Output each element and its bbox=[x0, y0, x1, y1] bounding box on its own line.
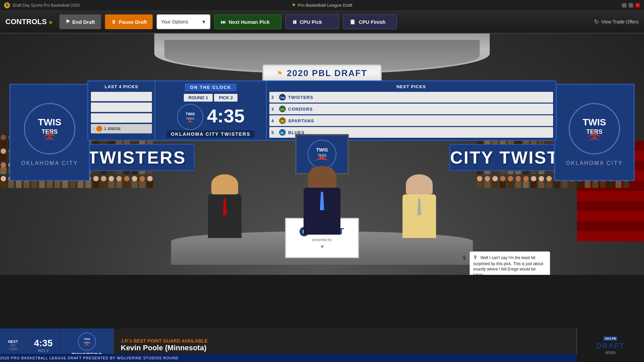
commentary-speech-bubble: 🎙 Well I can't say I'm the least bit sur… bbox=[470, 251, 550, 275]
svg-rect-339 bbox=[623, 181, 629, 188]
twisters-pick-logo: TW bbox=[279, 94, 286, 101]
last4-row-empty-2 bbox=[91, 103, 152, 112]
svg-rect-177 bbox=[139, 181, 145, 188]
bottom-draft-logo: DDS.PB DRAFT WSSN bbox=[577, 328, 644, 362]
side-logo-sub-right: OKLAHOMA CITY bbox=[566, 160, 623, 166]
mic-icon: 🎙 bbox=[473, 255, 478, 260]
svg-rect-173 bbox=[124, 181, 130, 188]
pick-num-2: 2 bbox=[271, 95, 277, 100]
svg-rect-159 bbox=[70, 181, 76, 188]
svg-rect-179 bbox=[147, 181, 153, 188]
svg-rect-315 bbox=[531, 181, 537, 188]
controls-bar: CONTROLS » ⚑ End Draft ⏸ Pause Draft You… bbox=[0, 11, 644, 34]
svg-rect-167 bbox=[101, 181, 107, 188]
commentator-area: 🎙 Well I can't say I'm the least bit sur… bbox=[188, 191, 456, 265]
chevrons-icon: » bbox=[49, 18, 52, 26]
minimize-button[interactable]: — bbox=[622, 3, 627, 8]
svg-text:TWIS: TWIS bbox=[84, 338, 91, 341]
next-pick-row-4: 4 SP SPARTANS bbox=[269, 115, 553, 126]
view-trade-offers-button[interactable]: ↻ View Trade Offers bbox=[594, 18, 639, 25]
pick-num-5: 5 bbox=[271, 130, 277, 135]
clock-team-logo: TWIS TERS bbox=[177, 104, 204, 130]
next-picks-panel: NEXT PICKS 2 TW TWISTERS 3 CO CONDORS 4 bbox=[266, 81, 556, 140]
spartans-pick-logo: SP bbox=[279, 117, 286, 124]
draft-board: LAST 4 PICKS 1 J. EREGE ON THE CLOCK ROU… bbox=[87, 80, 557, 141]
bottom-time: 4:35 bbox=[34, 338, 53, 349]
svg-rect-335 bbox=[608, 181, 614, 188]
pause-draft-button[interactable]: ⏸ Pause Draft bbox=[105, 14, 153, 29]
next-human-pick-button[interactable]: ⏭ Next Human Pick bbox=[214, 14, 281, 29]
svg-text:SP: SP bbox=[281, 120, 284, 123]
restore-button[interactable]: □ bbox=[629, 3, 633, 8]
svg-rect-153 bbox=[47, 181, 53, 188]
svg-point-102 bbox=[1, 162, 6, 168]
svg-point-22 bbox=[1, 135, 6, 140]
speech-text: Well I can't say I'm the least bit surpr… bbox=[473, 255, 543, 275]
left-banner-text: TWISTERS bbox=[88, 147, 186, 168]
svg-rect-165 bbox=[93, 181, 99, 188]
round-badge: ROUND 1 bbox=[184, 94, 213, 102]
ticker-text: 2020 PRO BASKETBALL LEAGUE DRAFT PRESENT… bbox=[0, 356, 178, 360]
svg-rect-301 bbox=[477, 181, 483, 188]
svg-rect-319 bbox=[546, 181, 552, 188]
title-bar: D Draft Day Sports Pro Basketball 2020 ⚑… bbox=[0, 0, 644, 11]
svg-point-170 bbox=[109, 176, 114, 181]
svg-rect-171 bbox=[116, 181, 122, 188]
svg-rect-333 bbox=[600, 181, 606, 188]
cpu-finish-button[interactable]: 📋 CPU Finish bbox=[343, 14, 397, 29]
svg-text:TWIS: TWIS bbox=[316, 147, 328, 153]
svg-point-308 bbox=[500, 176, 505, 181]
svg-point-62 bbox=[1, 148, 6, 154]
close-button[interactable]: ✕ bbox=[635, 3, 640, 8]
pick-badge: PICK 2 bbox=[214, 94, 237, 102]
draft-title: 2020 PBL DRAFT bbox=[287, 68, 367, 78]
player-name: Kevin Poole (Minnesota) bbox=[121, 344, 570, 352]
svg-text:CO: CO bbox=[280, 108, 284, 111]
svg-rect-145 bbox=[16, 181, 22, 188]
svg-rect-163 bbox=[85, 181, 91, 188]
dropdown-arrow-icon: ▼ bbox=[202, 19, 206, 24]
svg-text:TERS: TERS bbox=[84, 342, 90, 344]
on-the-clock-label: ON THE CLOCK bbox=[185, 83, 237, 91]
clock-info-row: ROUND 1 PICK 2 bbox=[184, 94, 237, 102]
svg-rect-155 bbox=[54, 181, 60, 188]
your-options-dropdown[interactable]: Your Options ▼ bbox=[157, 14, 210, 29]
window-controls[interactable]: — □ ✕ bbox=[622, 3, 640, 8]
pick-name-4: SPARTANS bbox=[288, 118, 314, 123]
svg-rect-309 bbox=[507, 181, 514, 188]
last4-row-empty-1 bbox=[91, 92, 152, 101]
best-pg-label: J.P.'s BEST POINT GUARD AVAILABLE bbox=[121, 338, 570, 344]
bottom-team-logo: TWIS TERS bbox=[78, 333, 96, 351]
last4-row-empty-3 bbox=[91, 113, 152, 123]
bottom-round-pick: RD1 2 bbox=[38, 349, 48, 353]
svg-rect-327 bbox=[577, 181, 583, 188]
svg-rect-147 bbox=[23, 181, 30, 188]
svg-point-318 bbox=[539, 176, 544, 181]
next-pick-row-2: 2 TW TWISTERS bbox=[269, 92, 553, 103]
svg-point-142 bbox=[1, 176, 6, 181]
svg-point-168 bbox=[101, 176, 106, 181]
svg-point-174 bbox=[124, 176, 129, 181]
clock-timer: 4:35 bbox=[207, 107, 245, 125]
cpu-pick-button[interactable]: 🖥 CPU Pick bbox=[285, 14, 339, 29]
clipboard-icon: 📋 bbox=[350, 19, 356, 25]
svg-text:⚙: ⚙ bbox=[321, 245, 324, 248]
end-draft-button[interactable]: ⚑ End Draft bbox=[59, 14, 101, 29]
svg-rect-157 bbox=[62, 181, 68, 188]
svg-rect-325 bbox=[569, 181, 575, 188]
app-name: Draft Day Sports Pro Basketball 2020 bbox=[13, 3, 79, 8]
flag-icon: ⚑ bbox=[65, 19, 70, 25]
side-logo-sub-left: OKLAHOMA CITY bbox=[21, 160, 78, 166]
next-picks-title: NEXT PICKS bbox=[269, 84, 553, 89]
twisters-logo-right-svg: TWIS TERS bbox=[568, 102, 621, 156]
gsw-label: GSW bbox=[9, 347, 17, 351]
sponsor-logo: ⚙ bbox=[315, 242, 329, 250]
svg-text:TWIS: TWIS bbox=[185, 112, 195, 116]
pick-num-4: 4 bbox=[271, 118, 277, 123]
no-label: NO bbox=[11, 344, 16, 347]
pick-name-2: TWISTERS bbox=[288, 95, 313, 100]
pick-num-3: 3 bbox=[271, 107, 277, 112]
svg-rect-101 bbox=[0, 167, 6, 174]
svg-point-306 bbox=[492, 176, 498, 181]
refresh-icon: ↻ bbox=[594, 18, 599, 25]
